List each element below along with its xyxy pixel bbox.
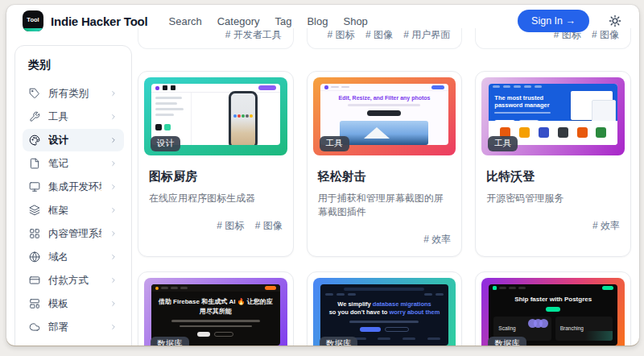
theme-toggle-button[interactable] [609, 14, 623, 28]
panel-label: Scaling [498, 325, 515, 331]
sidebar-item-all-categories[interactable]: 所有类别 [23, 82, 124, 105]
tag-link[interactable]: # 图像 [255, 220, 283, 231]
chevron-right-icon [109, 276, 118, 284]
tool-cards-grid: 设计 图标厨房 在线应用程序图标生成器 # 图标 # 图像 [138, 71, 631, 346]
chevron-right-icon [109, 300, 118, 308]
tool-thumbnail: Ship faster with Postgres Scaling Branch… [481, 278, 625, 346]
tool-description: 开源密码管理服务 [486, 192, 620, 205]
cloud-icon [29, 321, 40, 333]
sidebar-item-label: 笔记 [48, 157, 101, 171]
sign-in-button[interactable]: Sign In → [518, 10, 589, 32]
header: Tool Indie Hacker Tool Search Category T… [6, 5, 639, 37]
sidebar-item-label: 所有类别 [48, 87, 101, 101]
panel-label: Branching [560, 325, 584, 331]
main-nav: Search Category Tag Blog Shop [169, 15, 368, 27]
thumb-art [320, 84, 449, 91]
tool-tags: # 图标 # 图像 [149, 219, 283, 233]
tag-icon [29, 88, 40, 99]
nav-blog[interactable]: Blog [307, 15, 328, 27]
tool-card-iconkitchen[interactable]: 设计 图标厨房 在线应用程序图标生成器 # 图标 # 图像 [138, 71, 294, 257]
category-badge[interactable]: 数据库 [488, 337, 526, 346]
chevron-right-icon [109, 159, 118, 168]
file-icon [29, 158, 40, 169]
thumb-art [349, 321, 419, 323]
tool-title[interactable]: 图标厨房 [149, 169, 283, 184]
chevron-right-icon [109, 206, 118, 214]
card-body: 图标厨房 在线应用程序图标生成器 # 图标 # 图像 [138, 161, 293, 242]
category-badge[interactable]: 数据库 [151, 337, 189, 346]
sidebar-item-domain[interactable]: 域名 [23, 246, 124, 268]
tool-card-firebase[interactable]: 借助 Firebase 和生成式 AI 🔥 让您的应用尽其所能 数据库 火力基地 [138, 271, 294, 346]
category-sidebar: 类别 所有类别 工具 设计 笔记 集成开发环境 框架 [14, 45, 132, 346]
sidebar-item-label: 付款方式 [48, 274, 101, 288]
chevron-right-icon [109, 136, 118, 144]
tool-card-neon[interactable]: Ship faster with Postgres Scaling Branch… [475, 271, 631, 346]
credit-card-icon [29, 275, 40, 286]
tool-grid: # 开发者工具 # 图标 # 图像 # 用户界面 # 图标 # 图像 [138, 5, 631, 346]
sidebar-item-label: 教程 [48, 344, 101, 346]
palette-icon [29, 135, 40, 146]
sidebar-item-cms[interactable]: 内容管理系统 [23, 222, 124, 245]
tool-description: 在线应用程序图标生成器 [149, 192, 283, 205]
category-badge[interactable]: 工具 [488, 136, 518, 151]
tag-link[interactable]: # 效率 [423, 234, 451, 245]
sidebar-item-label: 部署 [48, 321, 101, 334]
card-body: 比特沃登 开源密码管理服务 # 效率 [476, 161, 630, 242]
tool-card-bitwarden[interactable]: The most trusted password manager 工具 [475, 71, 631, 257]
sidebar-item-design[interactable]: 设计 [23, 129, 124, 151]
nav-shop[interactable]: Shop [343, 15, 367, 27]
chevron-right-icon [109, 183, 118, 191]
template-icon [29, 298, 40, 309]
nav-category[interactable]: Category [217, 15, 260, 27]
category-badge[interactable]: 设计 [151, 136, 180, 151]
chevron-right-icon [109, 323, 118, 331]
sidebar-item-templates[interactable]: 模板 [23, 292, 124, 315]
chevron-right-icon [109, 113, 118, 121]
tag-link[interactable]: # 图标 [217, 220, 244, 231]
thumb-headline: The most trusted password manager [494, 94, 559, 110]
nav-search[interactable]: Search [169, 15, 202, 27]
category-badge[interactable]: 工具 [320, 136, 349, 151]
tool-tags: # 效率 [486, 219, 620, 233]
thumb-art [489, 284, 617, 292]
nav-tag[interactable]: Tag [275, 15, 291, 27]
thumb-headline: We simplify database migrations so you d… [320, 300, 449, 318]
thumb-art [348, 104, 420, 106]
tool-thumbnail: The most trusted password manager 工具 [481, 77, 625, 155]
thumb-art [151, 84, 280, 93]
card-body: 轻松射击 用于捕获和管理屏幕截图的屏幕截图插件 # 效率 [308, 161, 462, 256]
sidebar-item-label: 框架 [48, 204, 101, 217]
sidebar-item-framework[interactable]: 框架 [23, 199, 124, 221]
tag-link[interactable]: # 效率 [592, 220, 620, 231]
chevron-right-icon [109, 253, 118, 261]
tool-thumbnail: Edit, Resize, and Filter any photos 工具 [313, 77, 456, 155]
sidebar-item-payment[interactable]: 付款方式 [23, 269, 124, 292]
thumb-headline: Ship faster with Postgres [489, 296, 617, 303]
sidebar-item-deployment[interactable]: 部署 [23, 316, 124, 338]
thumb-art [151, 284, 280, 292]
sidebar-item-label: 集成开发环境 [48, 180, 101, 194]
thumb-art [171, 320, 260, 322]
tool-thumbnail: We simplify database migrations so you d… [313, 278, 456, 346]
tool-title[interactable]: 比特沃登 [486, 169, 620, 184]
sidebar-item-tools[interactable]: 工具 [23, 106, 124, 128]
tool-card-easyshot[interactable]: Edit, Resize, and Filter any photos 工具 轻… [307, 71, 463, 257]
sidebar-item-ide[interactable]: 集成开发环境 [23, 176, 124, 198]
thumb-art [320, 291, 449, 298]
tool-card-prisma[interactable]: We simplify database migrations so you d… [307, 271, 463, 346]
sidebar-item-label: 工具 [48, 110, 101, 124]
thumb-art [367, 110, 401, 116]
thumb-headline: Edit, Resize, and Filter any photos [320, 95, 449, 101]
sidebar-item-label: 模板 [48, 297, 101, 311]
sidebar-heading: 类别 [28, 58, 118, 72]
app-logo[interactable]: Tool [23, 10, 43, 31]
tool-title[interactable]: 轻松射击 [318, 169, 452, 184]
sidebar-item-tutorials[interactable]: 教程 [23, 339, 124, 346]
category-badge[interactable]: 数据库 [320, 337, 358, 346]
thumb-art [340, 121, 428, 145]
phone-mockup [229, 91, 258, 145]
layers-icon [29, 205, 40, 216]
monitor-icon [29, 181, 40, 192]
sidebar-item-notes[interactable]: 笔记 [23, 152, 124, 175]
thumb-art [320, 327, 449, 332]
